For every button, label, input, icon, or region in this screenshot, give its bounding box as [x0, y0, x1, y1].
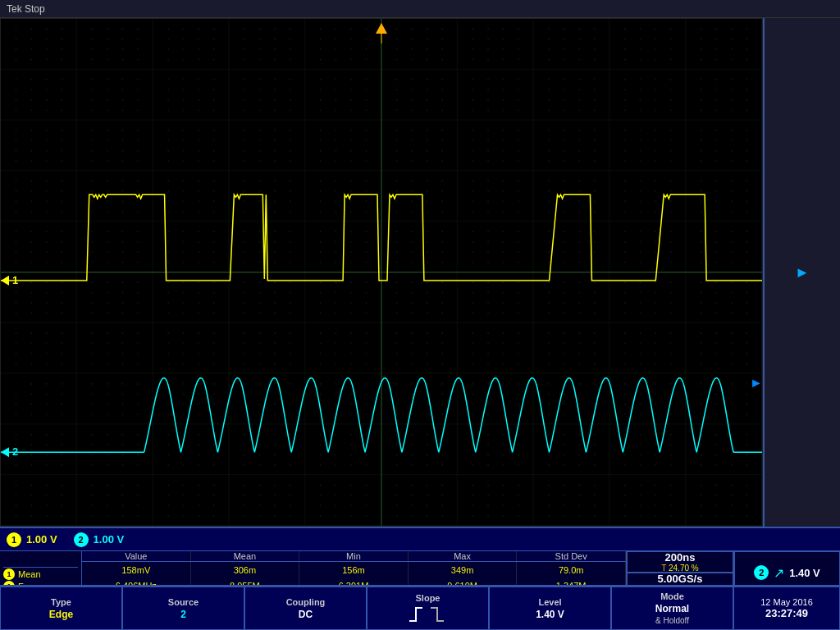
col-mean: Mean	[191, 551, 300, 561]
trigger-pct: T 24.70 %	[661, 564, 698, 573]
ch2-voltage-badge: 2 1.00 V	[74, 532, 125, 547]
svg-text:2: 2	[12, 445, 18, 458]
source-button[interactable]: Source 2	[122, 587, 244, 630]
ch2-trig-row: 2 ↗ 1.40 V	[754, 565, 820, 581]
mean-label-row: 1 Mean	[3, 568, 78, 580]
type-button[interactable]: Type Edge	[0, 587, 122, 630]
scope-screen: 1 2 ►	[0, 18, 763, 527]
ch1-voltage-badge: 1 1.00 V	[7, 532, 57, 547]
mean-stddev: 79.0m	[517, 562, 626, 578]
datetime-box: 12 May 2016 23:27:49	[733, 587, 840, 630]
date-display: 12 May 2016	[760, 597, 813, 607]
mode-button[interactable]: Mode Normal & Holdoff	[611, 587, 733, 630]
meas-header-row: Value Mean Min Max Std Dev	[82, 551, 626, 562]
col-min: Min	[299, 551, 409, 561]
timebase-value: 200ns	[665, 551, 696, 564]
top-bar: Tek Stop	[0, 0, 840, 18]
svg-text:1: 1	[12, 274, 18, 286]
time-display: 23:27:49	[765, 607, 808, 619]
mean-ch-badge: 1	[3, 568, 15, 580]
level-value: 1.40 V	[536, 609, 564, 620]
slope-button[interactable]: Slope	[367, 587, 489, 630]
type-value: Edge	[49, 609, 73, 620]
right-arrow-icon: ►	[795, 264, 810, 281]
col-stddev: Std Dev	[517, 551, 626, 561]
slope-icon	[408, 605, 449, 624]
type-label: Type	[51, 597, 71, 607]
ch2-trig-level: 1.40 V	[789, 567, 820, 579]
waveform-display: 1 2 ►	[1, 19, 762, 526]
slope-label: Slope	[416, 593, 441, 603]
source-value: 2	[180, 609, 186, 620]
voltage-row: 1 1.00 V 2 1.00 V	[0, 528, 840, 551]
timebase-box: 200ns T 24.70 %	[627, 551, 733, 573]
mode-label: Mode	[660, 591, 684, 601]
mean-value: 158mV	[82, 562, 191, 578]
trigger-pct-label: T	[661, 564, 669, 573]
mean-max: 349m	[409, 562, 518, 578]
right-panel: ►	[763, 18, 840, 527]
col-max: Max	[409, 551, 518, 561]
coupling-label: Coupling	[286, 597, 326, 607]
trigger-pct-value: 24.70 %	[669, 564, 699, 573]
mean-min: 156m	[299, 562, 409, 578]
mean-label: Mean	[18, 569, 41, 579]
mean-data-row: 158mV 306m 156m 349m 79.0m	[82, 562, 626, 578]
coupling-button[interactable]: Coupling DC	[244, 587, 367, 630]
ch1-voltage: 1.00 V	[26, 533, 57, 546]
controls-row: Type Edge Source 2 Coupling DC Slope Lev…	[0, 585, 840, 630]
sample-rate: 5.00GS/s	[658, 573, 703, 585]
mean-mean: 306m	[191, 562, 300, 578]
slope-up-icon: ↗	[774, 565, 784, 581]
ch2-trig-badge: 2	[754, 565, 769, 580]
coupling-value: DC	[299, 609, 313, 620]
ch2-circle: 2	[74, 532, 89, 547]
app-title: Tek Stop	[7, 3, 45, 15]
svg-text:►: ►	[750, 376, 762, 390]
mode-sub: & Holdoff	[655, 616, 689, 625]
source-label: Source	[168, 597, 199, 607]
ch2-voltage: 1.00 V	[94, 533, 125, 546]
level-button[interactable]: Level 1.40 V	[489, 587, 611, 630]
level-label: Level	[538, 597, 561, 607]
ch1-circle: 1	[7, 532, 21, 547]
col-value: Value	[82, 551, 191, 561]
mode-value: Normal	[655, 603, 689, 614]
